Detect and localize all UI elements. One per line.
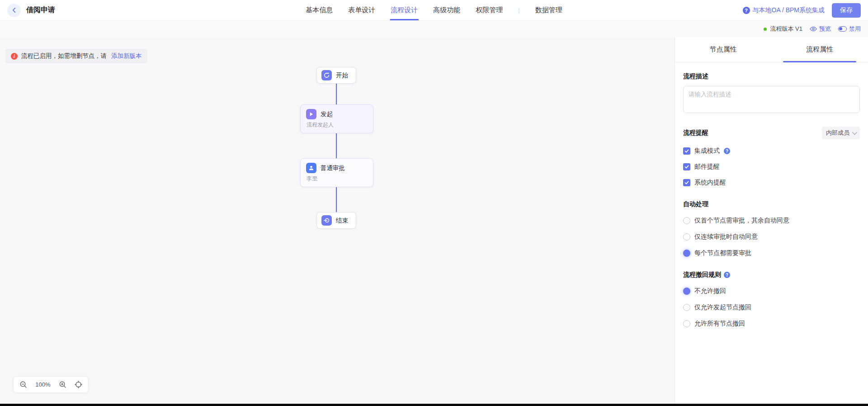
- checkbox-email-reminder[interactable]: 邮件提醒: [683, 163, 860, 171]
- checkbox-integration-mode[interactable]: 集成模式 ?: [683, 147, 860, 155]
- flow-connector-line: [336, 84, 337, 212]
- dropdown-value: 内部成员: [826, 129, 849, 137]
- radio-all-nodes-withdraw[interactable]: 允许所有节点撤回: [683, 320, 860, 328]
- status-dot: [764, 28, 767, 31]
- warning-text: 流程已启用，如需增删节点，请: [21, 52, 107, 60]
- checkbox-label: 邮件提醒: [694, 163, 720, 171]
- preview-button[interactable]: 预览: [810, 25, 831, 33]
- tab-process-properties[interactable]: 流程属性: [772, 37, 868, 62]
- integration-link[interactable]: ? 与本地OA / BPM系统集成: [743, 6, 825, 14]
- back-button[interactable]: [7, 4, 21, 17]
- radio-unchecked-icon: [683, 217, 690, 224]
- checkbox-checked-icon: [683, 163, 690, 170]
- info-circle-icon: i: [11, 53, 18, 60]
- main-tabs: 基本信息 表单设计 流程设计 高级功能 权限管理 | 数据管理: [306, 0, 562, 20]
- tab-advanced[interactable]: 高级功能: [433, 0, 460, 20]
- properties-panel: 节点属性 流程属性 流程描述 流程提醒 内部成员 集成模式 ?: [675, 37, 868, 404]
- zoom-in-button[interactable]: [59, 381, 66, 388]
- checkbox-checked-icon: [683, 179, 690, 186]
- top-header: 借阅申请 基本信息 表单设计 流程设计 高级功能 权限管理 | 数据管理 ? 与…: [0, 0, 868, 21]
- zoom-controls: 100%: [13, 376, 89, 393]
- tab-basic-info[interactable]: 基本信息: [306, 0, 333, 20]
- node-start[interactable]: 开始: [316, 67, 356, 84]
- withdraw-rules-label: 流程撤回规则: [683, 271, 721, 279]
- radio-label: 仅首个节点需审批，其余自动同意: [694, 217, 789, 225]
- radio-consecutive-auto[interactable]: 仅连续审批时自动同意: [683, 233, 860, 241]
- chevron-left-icon: [12, 8, 17, 13]
- panel-body: 流程描述 流程提醒 内部成员 集成模式 ? 邮件提醒: [675, 62, 868, 338]
- play-icon: [306, 109, 316, 119]
- node-end[interactable]: 结束: [316, 212, 356, 229]
- version-info: 流程版本 V1: [764, 25, 802, 33]
- tab-process-design[interactable]: 流程设计: [391, 0, 418, 20]
- radio-no-withdraw[interactable]: 不允许撤回: [683, 287, 860, 295]
- zoom-level: 100%: [35, 381, 50, 388]
- panel-tabs: 节点属性 流程属性: [675, 37, 868, 62]
- tab-form-design[interactable]: 表单设计: [348, 0, 375, 20]
- radio-unchecked-icon: [683, 320, 690, 327]
- toggle-icon: [838, 26, 847, 32]
- radio-first-node-only[interactable]: 仅首个节点需审批，其余自动同意: [683, 217, 860, 225]
- node-approval[interactable]: 普通审批 李里: [300, 158, 373, 187]
- radio-unchecked-icon: [683, 304, 690, 311]
- checkbox-label: 集成模式: [694, 147, 720, 155]
- reminder-header-row: 流程提醒 内部成员: [683, 127, 860, 139]
- page-title: 借阅申请: [26, 5, 55, 15]
- reminder-scope-dropdown[interactable]: 内部成员: [822, 127, 860, 139]
- node-head: 普通审批: [306, 163, 368, 173]
- disable-label: 禁用: [849, 25, 861, 33]
- checkbox-label: 系统内提醒: [694, 179, 726, 187]
- version-bar: 流程版本 V1 预览 禁用: [0, 21, 868, 37]
- user-icon: [306, 163, 316, 173]
- zoom-out-button[interactable]: [19, 381, 27, 388]
- radio-every-node[interactable]: 每个节点都需要审批: [683, 249, 860, 257]
- checkbox-system-reminder[interactable]: 系统内提醒: [683, 179, 860, 187]
- header-left: 借阅申请: [7, 4, 55, 17]
- reminder-heading: 流程提醒: [683, 129, 708, 137]
- tab-divider: |: [518, 7, 519, 14]
- integration-link-label: 与本地OA / BPM系统集成: [753, 6, 825, 14]
- radio-label: 每个节点都需要审批: [694, 249, 751, 257]
- radio-initiator-withdraw[interactable]: 仅允许发起节点撤回: [683, 303, 860, 312]
- version-label: 流程版本 V1: [770, 25, 802, 33]
- node-title: 开始: [336, 71, 348, 80]
- radio-label: 仅连续审批时自动同意: [694, 233, 758, 241]
- warning-banner: i 流程已启用，如需增删节点，请 添加新版本: [5, 49, 147, 63]
- node-initiate[interactable]: 发起 流程发起人: [300, 104, 373, 133]
- help-circle-icon[interactable]: ?: [724, 272, 730, 278]
- description-heading: 流程描述: [683, 72, 860, 80]
- start-icon: [321, 70, 332, 80]
- radio-checked-icon: [683, 250, 690, 257]
- eye-icon: [810, 26, 817, 32]
- tab-permissions[interactable]: 权限管理: [476, 0, 503, 20]
- radio-checked-icon: [683, 288, 690, 295]
- node-head: 发起: [306, 109, 368, 119]
- chevron-down-icon: [852, 130, 857, 135]
- description-input[interactable]: [683, 86, 860, 113]
- node-title: 普通审批: [321, 164, 345, 172]
- main-area: i 流程已启用，如需增删节点，请 添加新版本 开始 发起: [0, 37, 868, 404]
- tab-node-properties[interactable]: 节点属性: [675, 37, 772, 62]
- node-title: 结束: [336, 217, 348, 225]
- withdraw-rules-heading: 流程撤回规则 ?: [683, 271, 860, 279]
- fit-view-button[interactable]: [75, 381, 82, 388]
- preview-label: 预览: [819, 25, 831, 33]
- disable-toggle[interactable]: 禁用: [838, 25, 861, 33]
- node-title: 发起: [321, 110, 333, 118]
- header-right: ? 与本地OA / BPM系统集成 保存: [743, 3, 861, 18]
- save-button[interactable]: 保存: [832, 3, 861, 18]
- end-icon: [321, 215, 332, 226]
- node-subtitle: 流程发起人: [306, 121, 368, 129]
- node-subtitle: 李里: [306, 175, 368, 183]
- app-window: 借阅申请 基本信息 表单设计 流程设计 高级功能 权限管理 | 数据管理 ? 与…: [0, 0, 868, 406]
- auto-process-heading: 自动处理: [683, 200, 860, 208]
- checkbox-checked-icon: [683, 147, 690, 155]
- question-circle-icon: ?: [743, 7, 750, 14]
- add-version-link[interactable]: 添加新版本: [111, 52, 142, 60]
- radio-unchecked-icon: [683, 233, 690, 241]
- bottom-edge-strip: [0, 404, 868, 406]
- radio-label: 不允许撤回: [694, 287, 726, 295]
- tab-data-management[interactable]: 数据管理: [535, 0, 562, 20]
- help-circle-icon[interactable]: ?: [724, 148, 730, 154]
- flow-canvas[interactable]: i 流程已启用，如需增删节点，请 添加新版本 开始 发起: [0, 37, 675, 404]
